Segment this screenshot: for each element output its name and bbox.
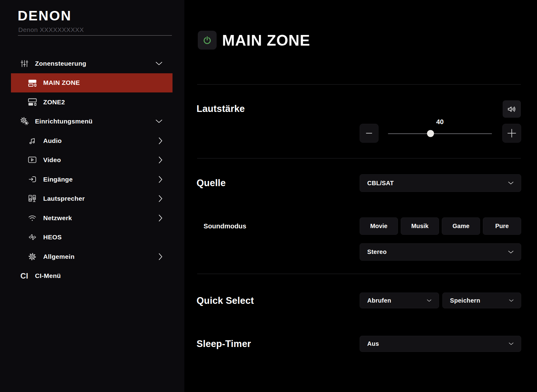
chevron-down-icon — [427, 299, 431, 302]
sidebar-item-label: MAIN ZONE — [43, 79, 80, 86]
sidebar-item-heos[interactable]: HEOS — [0, 228, 184, 247]
heos-icon — [27, 232, 38, 243]
music-note-icon — [27, 135, 38, 146]
quick-select-store-dropdown[interactable]: Speichern — [442, 293, 521, 308]
ci-icon: CI — [19, 270, 30, 281]
sidebar-item-label: Allgemein — [43, 253, 75, 260]
chevron-right-icon — [159, 156, 162, 164]
quick-select-recall-dropdown[interactable]: Abrufen — [360, 293, 439, 308]
sidebar-item-label: CI-Menü — [35, 272, 61, 279]
chevron-down-icon — [509, 342, 514, 345]
volume-slider[interactable] — [388, 124, 492, 143]
device-model: Denon XXXXXXXXXX — [18, 26, 84, 33]
sidebar-item-label: Zonensteuerung — [35, 60, 86, 67]
sidebar-menu: Zonensteuerung MAIN ZONE — [0, 54, 184, 286]
chevron-down-icon — [155, 61, 162, 65]
chevron-right-icon — [159, 176, 162, 183]
chevron-right-icon — [159, 214, 162, 222]
chevron-down-icon — [155, 120, 162, 123]
sidebar-item-audio[interactable]: Audio — [0, 131, 184, 151]
sound-mode-buttons: Movie Musik Game Pure — [360, 217, 521, 235]
chevron-right-icon — [159, 195, 162, 202]
sliders-icon — [19, 58, 30, 69]
sound-mode-pure-button[interactable]: Pure — [483, 217, 521, 235]
sidebar-item-ci-menu[interactable]: CI CI-Menü — [0, 266, 184, 286]
volume-plus-button[interactable] — [502, 124, 521, 143]
sound-mode-label: Soundmodus — [204, 222, 246, 230]
section-divider — [197, 274, 521, 274]
source-dropdown[interactable]: CBL/SAT — [360, 174, 521, 192]
input-icon — [27, 174, 38, 185]
page-title: MAIN ZONE — [222, 31, 310, 50]
section-divider — [197, 84, 521, 85]
section-divider — [197, 158, 521, 158]
volume-slider-track[interactable] — [388, 133, 492, 134]
sound-mode-musik-button[interactable]: Musik — [401, 217, 439, 235]
speaker-icon — [507, 105, 516, 113]
plus-icon — [507, 128, 517, 138]
speakers-icon — [27, 193, 38, 204]
sound-mode-game-button[interactable]: Game — [442, 217, 480, 235]
chevron-down-icon — [508, 251, 514, 254]
sidebar-item-label: Lautsprecher — [43, 195, 85, 202]
mute-button[interactable] — [503, 100, 521, 118]
sidebar-item-label: Audio — [43, 137, 62, 144]
chevron-right-icon — [159, 253, 162, 260]
sidebar-item-label: Einrichtungsmenü — [35, 118, 92, 125]
sidebar-item-label: Video — [43, 156, 61, 164]
sound-mode-dropdown[interactable]: Stereo — [360, 243, 521, 261]
sidebar: DENON Denon XXXXXXXXXX Zonensteuerung — [0, 0, 184, 392]
sleep-timer-dropdown[interactable]: Aus — [360, 336, 521, 352]
sidebar-item-netzwerk[interactable]: Netzwerk — [0, 208, 184, 228]
sidebar-item-zonensteuerung[interactable]: Zonensteuerung — [0, 54, 184, 73]
sidebar-item-main-zone[interactable]: MAIN ZONE — [0, 73, 184, 93]
source-selected-value: CBL/SAT — [367, 180, 394, 187]
chevron-down-icon — [509, 299, 514, 302]
sidebar-item-label: ZONE2 — [43, 99, 65, 106]
zone2-icon — [27, 97, 38, 108]
video-icon — [27, 154, 38, 165]
main-panel: MAIN ZONE Lautstärke 40 Quelle CBL/ — [184, 0, 537, 392]
volume-heading: Lautstärke — [197, 103, 245, 114]
brand-logo: DENON — [18, 8, 72, 24]
sidebar-item-eingaenge[interactable]: Eingänge — [0, 170, 184, 189]
volume-slider-thumb[interactable] — [427, 130, 434, 137]
quick-select-store-value: Speichern — [450, 297, 480, 304]
volume-minus-button[interactable] — [360, 124, 378, 143]
minus-icon — [365, 129, 373, 137]
sleep-timer-heading: Sleep-Timer — [197, 338, 251, 349]
sidebar-divider — [18, 35, 172, 36]
chevron-right-icon — [159, 137, 162, 144]
power-button[interactable] — [198, 31, 217, 50]
quick-select-recall-value: Abrufen — [367, 297, 391, 304]
sidebar-item-einrichtungsmenu[interactable]: Einrichtungsmenü — [0, 112, 184, 131]
sidebar-item-video[interactable]: Video — [0, 151, 184, 170]
quick-select-heading: Quick Select — [197, 295, 254, 306]
source-heading: Quelle — [197, 178, 226, 189]
zone-icon — [27, 77, 38, 88]
gears-icon — [19, 116, 30, 127]
sound-mode-movie-button[interactable]: Movie — [360, 217, 398, 235]
sidebar-item-label: Netzwerk — [43, 214, 72, 222]
sound-mode-selected-value: Stereo — [367, 248, 387, 255]
gear-icon — [27, 251, 38, 262]
sidebar-item-label: HEOS — [43, 234, 62, 241]
chevron-down-icon — [508, 182, 514, 185]
sidebar-item-zone2[interactable]: ZONE2 — [0, 92, 184, 112]
app-window: DENON Denon XXXXXXXXXX Zonensteuerung — [0, 0, 537, 392]
sleep-timer-selected-value: Aus — [367, 340, 379, 347]
sidebar-item-label: Eingänge — [43, 176, 73, 183]
power-icon — [203, 36, 212, 45]
sidebar-item-lautsprecher[interactable]: Lautsprecher — [0, 189, 184, 209]
wifi-icon — [27, 213, 38, 224]
sidebar-item-allgemein[interactable]: Allgemein — [0, 247, 184, 266]
